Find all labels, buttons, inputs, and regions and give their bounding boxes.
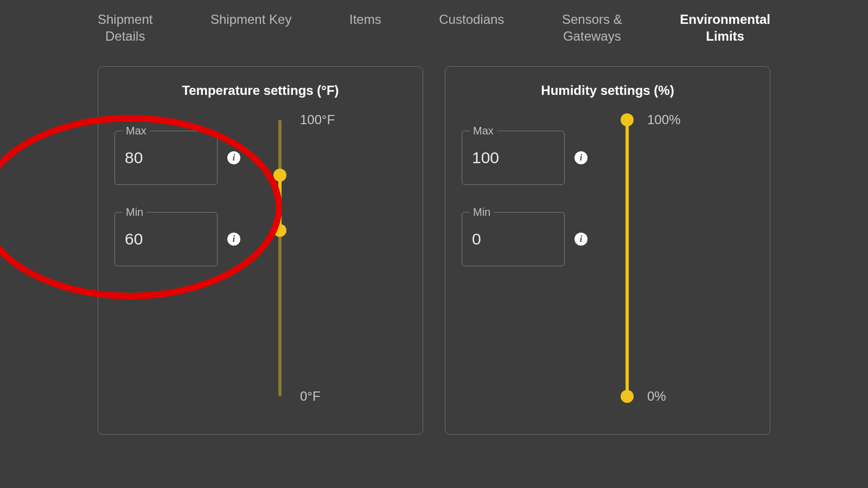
info-icon[interactable]: i	[227, 233, 240, 246]
temperature-min-field[interactable]: Min	[114, 212, 218, 266]
humidity-title: Humidity settings (%)	[462, 83, 754, 98]
humidity-scale-bottom: 0%	[647, 389, 666, 404]
tab-shipment-key[interactable]: Shipment Key	[210, 11, 291, 44]
humidity-slider-thumb-max[interactable]	[621, 113, 634, 126]
temperature-max-input[interactable]	[125, 149, 207, 167]
temperature-max-field[interactable]: Max	[114, 131, 218, 185]
humidity-slider[interactable]: 100% 0%	[604, 114, 754, 402]
temperature-slider-thumb-max[interactable]	[273, 169, 286, 182]
humidity-min-input[interactable]	[472, 230, 554, 248]
tab-custodians[interactable]: Custodians	[439, 11, 504, 44]
humidity-max-field[interactable]: Max	[462, 131, 565, 185]
humidity-min-field[interactable]: Min	[462, 212, 565, 266]
temperature-slider[interactable]: 100°F 0°F	[257, 114, 406, 402]
temperature-max-label: Max	[123, 125, 150, 137]
humidity-scale-top: 100%	[647, 112, 680, 127]
humidity-panel: Humidity settings (%) Max i Min i	[445, 66, 770, 435]
temperature-min-input[interactable]	[125, 230, 207, 248]
temperature-slider-range	[278, 175, 282, 230]
temperature-slider-thumb-min[interactable]	[273, 224, 286, 237]
humidity-min-label: Min	[470, 206, 494, 219]
tab-shipment-details[interactable]: Shipment Details	[98, 11, 152, 44]
tab-bar: Shipment Details Shipment Key Items Cust…	[0, 0, 868, 44]
panels-container: Temperature settings (°F) Max i Min i	[0, 44, 868, 435]
humidity-inputs: Max i Min i	[462, 114, 588, 266]
temperature-inputs: Max i Min i	[114, 114, 240, 266]
humidity-max-label: Max	[470, 125, 497, 137]
humidity-slider-range	[626, 120, 629, 396]
temperature-title: Temperature settings (°F)	[114, 83, 406, 98]
temperature-panel: Temperature settings (°F) Max i Min i	[98, 66, 423, 435]
temperature-scale-bottom: 0°F	[300, 389, 321, 404]
humidity-slider-thumb-min[interactable]	[621, 390, 634, 403]
temperature-scale-top: 100°F	[300, 112, 335, 127]
info-icon[interactable]: i	[227, 151, 240, 164]
temperature-min-label: Min	[123, 206, 146, 219]
tab-items[interactable]: Items	[349, 11, 381, 44]
info-icon[interactable]: i	[575, 151, 588, 164]
temperature-slider-track	[278, 120, 282, 396]
tab-environmental-limits[interactable]: Environmental Limits	[680, 11, 770, 44]
tab-sensors-gateways[interactable]: Sensors & Gateways	[562, 11, 622, 44]
humidity-max-input[interactable]	[472, 149, 554, 167]
info-icon[interactable]: i	[575, 233, 588, 246]
